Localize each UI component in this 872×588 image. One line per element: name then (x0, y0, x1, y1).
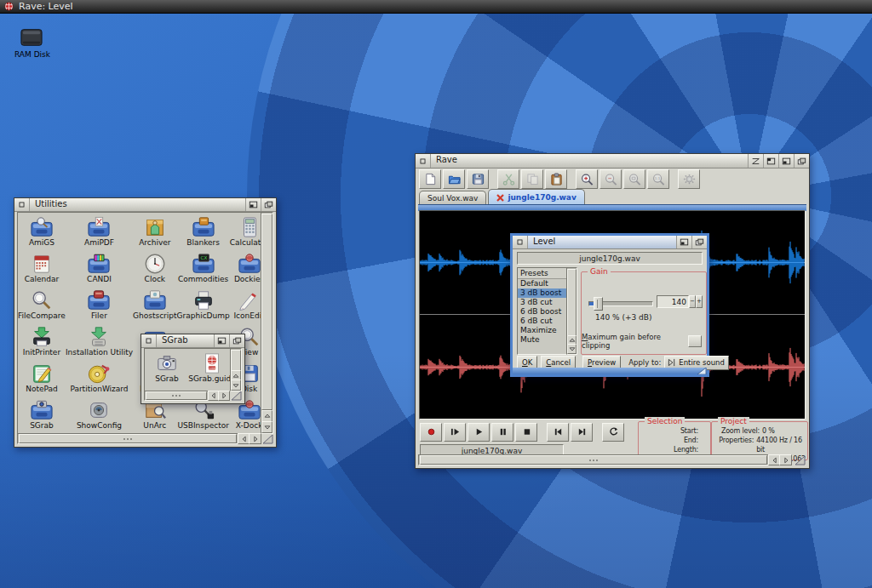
icon-installation-utility[interactable]: Installation Utility (66, 324, 133, 361)
icon-dockies[interactable]: Dockies (230, 251, 262, 288)
resize-corner-icon[interactable] (230, 391, 242, 401)
iconify-gadget-icon[interactable] (676, 236, 691, 248)
preset-default[interactable]: Default (518, 279, 566, 288)
tab-jungle170g-wav[interactable]: jungle170g.wav (488, 189, 584, 204)
cut-scissors-button[interactable] (497, 169, 519, 189)
scroll-down-icon[interactable] (261, 421, 272, 433)
icon-iconedit[interactable]: IconEdit (230, 288, 262, 324)
close-gadget-icon[interactable] (141, 334, 157, 347)
icon-showconfig[interactable]: ShowConfig (66, 397, 133, 434)
scroll-down-icon[interactable] (567, 344, 577, 354)
utilities-titlebar[interactable]: Utilities (14, 198, 276, 212)
open-folder-button[interactable] (443, 169, 465, 189)
to-end-button[interactable] (571, 423, 593, 442)
play-from-start-button[interactable] (444, 423, 466, 442)
settings-gear-button[interactable] (678, 169, 700, 189)
icon-notepad[interactable]: NotePad (18, 361, 66, 397)
preset-6-db-boost[interactable]: 6 dB boost (518, 307, 566, 317)
zoom-one-button[interactable]: 1:1 (647, 169, 669, 189)
icon-candi[interactable]: CANDI (66, 251, 133, 288)
rave-titlebar[interactable]: Rave (416, 154, 809, 168)
resize-corner-icon[interactable] (794, 455, 806, 465)
icon-initprinter[interactable]: InitPrinter (18, 324, 66, 361)
tab-close-icon[interactable] (496, 194, 504, 202)
icon-filer[interactable]: Filer (66, 288, 133, 324)
tab-soul-vox-wav[interactable]: Soul Vox.wav (419, 191, 486, 204)
depth-gadget-icon[interactable] (261, 198, 276, 211)
close-gadget-icon[interactable] (416, 154, 431, 168)
preset-maximize[interactable]: Maximize (518, 326, 566, 335)
icon-clock[interactable]: Clock (133, 251, 176, 288)
sgrab-vscrollbar[interactable] (230, 348, 242, 391)
screen-menubar[interactable]: Rave: Level (0, 0, 872, 14)
presets-scrollbar[interactable] (566, 267, 577, 355)
save-disk-button[interactable] (467, 169, 489, 189)
record-button[interactable] (420, 423, 442, 442)
zoom-gadget-icon[interactable] (763, 154, 778, 168)
iconify-gadget-icon[interactable] (214, 334, 229, 347)
utilities-vscrollbar[interactable] (261, 212, 273, 434)
rave-hscrollbar[interactable] (418, 454, 769, 465)
icon-ghostscript[interactable]: Ghostscript (133, 288, 176, 324)
scroll-down-icon[interactable] (231, 380, 241, 391)
scroll-up-icon[interactable] (261, 410, 272, 422)
icon-sgrab-guide[interactable]: GUIDESGrab.guide (186, 351, 232, 390)
depth-gadget-icon[interactable] (794, 154, 809, 168)
gain-value-field[interactable]: 140 (657, 295, 689, 308)
depth-gadget-icon[interactable] (691, 236, 707, 248)
hscroll-thumb[interactable] (19, 434, 237, 443)
icon-sgrab[interactable]: SGrab (148, 351, 186, 390)
preset-mute[interactable]: Mute (518, 335, 566, 345)
stop-button[interactable] (515, 423, 537, 442)
spinner-plus-button[interactable]: + (696, 295, 703, 308)
vscroll-thumb[interactable] (231, 350, 241, 371)
icon-amipdf[interactable]: AmiPDF (66, 214, 133, 251)
play-button[interactable] (468, 423, 490, 442)
resize-corner-icon[interactable] (261, 434, 273, 444)
gain-slider[interactable] (588, 297, 653, 309)
spinner-minus-button[interactable]: − (689, 295, 696, 308)
icon-sgrab[interactable]: SGrab (18, 397, 66, 434)
scroll-right-icon[interactable] (249, 433, 261, 444)
zoom-out-button[interactable] (600, 169, 622, 189)
new-file-button[interactable] (419, 169, 441, 189)
icon-calculator[interactable]: Calculator (230, 214, 262, 251)
icon-partitionwizard[interactable]: PartitionWizard (66, 361, 133, 397)
scroll-right-icon[interactable] (218, 391, 230, 401)
depth-gadget-icon[interactable] (229, 334, 244, 347)
pause-button[interactable] (491, 423, 513, 442)
hscroll-thumb[interactable] (146, 391, 207, 400)
icon-graphicdump[interactable]: GraphicDump (177, 288, 230, 324)
icon-filecompare[interactable]: FileCompare (18, 288, 66, 324)
hscroll-thumb[interactable] (420, 455, 767, 465)
iconify-gadget-icon[interactable] (245, 198, 261, 211)
shade-gadget-icon[interactable] (748, 154, 763, 168)
scroll-right-icon[interactable] (779, 454, 792, 465)
loop-button[interactable] (602, 423, 624, 442)
icon-amigs[interactable]: AmiGS (18, 214, 66, 251)
icon-calendar[interactable]: Calendar (18, 251, 66, 288)
paste-clipboard-button[interactable] (545, 169, 567, 189)
preset-3-db-cut[interactable]: 3 dB cut (518, 298, 566, 307)
level-titlebar[interactable]: Level (513, 236, 707, 249)
zoom-selection-button[interactable] (623, 169, 645, 189)
max-gain-checkbox[interactable] (688, 335, 702, 347)
presets-list[interactable]: Presets Default3 dB boost3 dB cut6 dB bo… (517, 267, 567, 355)
vscroll-thumb[interactable] (567, 269, 577, 336)
preset-6-db-cut[interactable]: 6 dB cut (518, 317, 566, 326)
utilities-hscrollbar[interactable] (17, 433, 238, 444)
zoom-in-button[interactable] (576, 169, 598, 189)
copy-pages-button[interactable] (521, 169, 543, 189)
sgrab-titlebar[interactable]: SGrab (141, 334, 244, 348)
to-start-button[interactable] (547, 423, 569, 442)
desktop-icon-ram-disk[interactable]: RAM Disk (7, 26, 58, 59)
close-gadget-icon[interactable] (513, 236, 528, 248)
sgrab-hscrollbar[interactable] (144, 391, 209, 401)
icon-blankers[interactable]: Blankers (177, 214, 230, 251)
iconify-gadget-icon[interactable] (778, 154, 794, 168)
icon-commodities[interactable]: CXCommodities (177, 251, 230, 288)
icon-archiver[interactable]: Archiver (133, 214, 176, 251)
preset-3-db-boost[interactable]: 3 dB boost (518, 288, 566, 298)
vscroll-thumb[interactable] (261, 214, 272, 410)
close-gadget-icon[interactable] (14, 198, 30, 211)
